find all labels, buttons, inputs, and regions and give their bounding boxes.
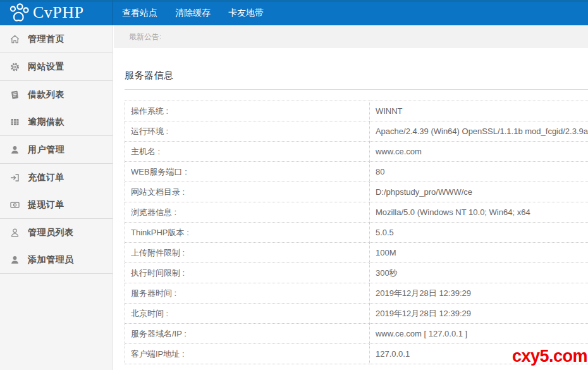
row-label: 北京时间 : [125,304,370,324]
header-nav: 查看站点 清除缓存 卡友地带 [113,0,273,25]
row-value: 2019年12月28日 12:39:29 [369,283,588,304]
row-value: D:/phpstudy_pro/WWW/ce [369,182,588,202]
nav-view-site[interactable]: 查看站点 [113,0,166,25]
row-value: 5.0.5 [369,223,588,243]
row-label: 浏览器信息 : [125,202,370,223]
row-value: Apache/2.4.39 (Win64) OpenSSL/1.1.1b mod… [369,121,588,142]
journal-icon [9,89,20,100]
sidebar-item-home[interactable]: 管理首页 [0,25,113,52]
row-value: 300秒 [369,263,588,283]
sidebar-item-recharge-orders[interactable]: 充值订单 [0,164,113,191]
server-info-row: 主机名 : www.ce.com [125,142,588,162]
server-info-row: WEB服务端口 : 80 [125,162,588,182]
row-label: 运行环境 : [125,121,370,142]
announcement-label: 最新公告: [129,32,161,41]
user-add-icon [9,254,20,265]
row-value: www.ce.com [ 127.0.0.1 ] [369,324,588,344]
server-info-row: 运行环境 : Apache/2.4.39 (Win64) OpenSSL/1.1… [125,121,588,142]
sidebar-item-overdue-loans[interactable]: 逾期借款 [0,108,113,135]
row-value: 2019年12月28日 12:39:29 [369,304,588,324]
app-logo[interactable]: CvPHP [0,0,113,25]
server-info-row: 服务器域名/IP : www.ce.com [ 127.0.0.1 ] [125,324,588,344]
sidebar-item-add-admin[interactable]: 添加管理员 [0,246,113,273]
row-label: 操作系统 : [125,101,370,121]
table-grid-icon [9,116,20,127]
row-value: 80 [369,162,588,182]
row-label: 网站文档目录 : [125,182,370,202]
sidebar-divider [0,273,113,274]
sidebar-item-user-management[interactable]: 用户管理 [0,136,113,163]
page-title: 服务器信息 [125,70,588,90]
gear-icon [9,61,20,72]
row-label: ThinkPHP版本 : [125,223,370,243]
paw-logo-icon [7,3,31,22]
user-icon [9,144,20,155]
server-info-row: 服务器时间 : 2019年12月28日 12:39:29 [125,283,588,304]
server-info-row: 浏览器信息 : Mozilla/5.0 (Windows NT 10.0; Wi… [125,202,588,223]
server-info-row: 北京时间 : 2019年12月28日 12:39:29 [125,304,588,324]
sidebar-item-withdraw-orders[interactable]: 提现订单 [0,191,113,218]
nav-clear-cache[interactable]: 清除缓存 [166,0,219,25]
row-label: 执行时间限制 : [125,263,370,283]
row-value: 100M [369,243,588,263]
sidebar-item-loan-list[interactable]: 借款列表 [0,81,113,108]
signin-arrow-icon [9,172,20,183]
row-value: www.ce.com [369,142,588,162]
logo-text: CvPHP [33,3,84,22]
user-outline-icon [9,227,20,238]
row-label: 主机名 : [125,142,370,162]
home-icon [9,34,20,44]
server-info-row: 上传附件限制 : 100M [125,243,588,263]
server-info-row: 执行时间限制 : 300秒 [125,263,588,283]
row-label: 服务器域名/IP : [125,324,370,344]
sidebar-item-admin-list[interactable]: 管理员列表 [0,219,113,246]
server-info-table: 操作系统 : WINNT 运行环境 : Apache/2.4.39 (Win64… [125,101,588,364]
main-content: 最新公告: 服务器信息 操作系统 : WINNT 运行环境 : Apache/2… [114,25,588,370]
row-label: 上传附件限制 : [125,243,370,263]
row-label: 客户端IP地址 : [125,344,370,364]
banknote-icon [9,199,20,210]
row-value: Mozilla/5.0 (Windows NT 10.0; Win64; x64 [369,202,588,223]
server-info-row: ThinkPHP版本 : 5.0.5 [125,223,588,243]
sidebar: 管理首页 网站设置 借款列表 逾期借款 [0,25,113,370]
row-value: WINNT [369,101,588,121]
watermark: cxy5.com [512,347,587,366]
row-label: 服务器时间 : [125,283,370,304]
nav-kayou-zone[interactable]: 卡友地带 [219,0,273,25]
header: CvPHP 查看站点 清除缓存 卡友地带 [0,0,588,25]
server-info-row: 操作系统 : WINNT [125,101,588,121]
server-info-row: 网站文档目录 : D:/phpstudy_pro/WWW/ce [125,182,588,202]
sidebar-item-site-settings[interactable]: 网站设置 [0,53,113,80]
announcement-bar: 最新公告: [114,25,588,48]
row-label: WEB服务端口 : [125,162,370,182]
